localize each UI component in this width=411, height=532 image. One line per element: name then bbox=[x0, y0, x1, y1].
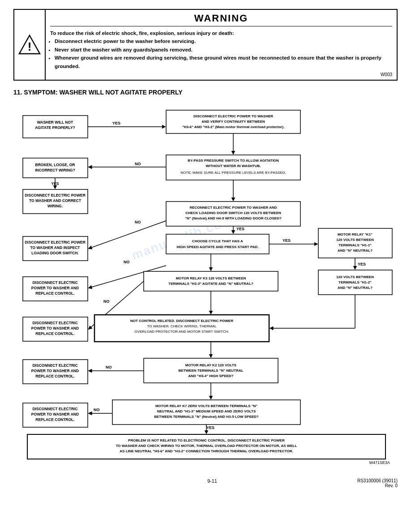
svg-text:AND "N" NEUTRAL?: AND "N" NEUTRAL? bbox=[338, 286, 372, 290]
svg-text:TO WASHER AND CHECK WIRING TO : TO WASHER AND CHECK WIRING TO MOTOR, THE… bbox=[116, 444, 297, 448]
svg-rect-39 bbox=[166, 234, 269, 254]
section-title: 11. SYMPTOM: WASHER WILL NOT AGITATE PRO… bbox=[13, 89, 398, 96]
svg-text:DISCONNECT ELECTRIC: DISCONNECT ELECTRIC bbox=[32, 407, 77, 411]
svg-text:TERMINALS "H3-3" AGITATE AND ": TERMINALS "H3-3" AGITATE AND "N" NEUTRAL… bbox=[168, 282, 253, 286]
warning-bullet-3: Whenever ground wires are removed during… bbox=[55, 54, 392, 70]
svg-text:NO: NO bbox=[94, 408, 100, 412]
svg-text:WIRING.: WIRING. bbox=[47, 204, 63, 208]
svg-text:TO WASHER. CHECK WIRING, THERM: TO WASHER. CHECK WIRING, THERMAL bbox=[147, 324, 217, 328]
svg-text:AND "N" NEUTRAL?: AND "N" NEUTRAL? bbox=[338, 249, 372, 253]
footer-left bbox=[13, 478, 67, 488]
svg-text:NO: NO bbox=[106, 365, 112, 369]
svg-text:YES: YES bbox=[283, 238, 291, 243]
svg-text:DISCONNECT ELECTRIC POWER: DISCONNECT ELECTRIC POWER bbox=[25, 240, 86, 245]
svg-text:BETWEEN TERMINALS "N" NEUTRAL: BETWEEN TERMINALS "N" NEUTRAL bbox=[179, 369, 244, 373]
footer-rev: Rev. 0 bbox=[385, 483, 398, 488]
svg-text:"H3-6" AND "H3-2" (Main motor : "H3-6" AND "H3-2" (Main motor thermal ov… bbox=[182, 125, 284, 129]
svg-text:PROBLEM IS NOT RELATED TO ELEC: PROBLEM IS NOT RELATED TO ELECTRONIC CON… bbox=[128, 438, 285, 442]
svg-rect-56 bbox=[144, 271, 278, 291]
svg-text:NOTE: MAKE SURE ALL PRESSURE L: NOTE: MAKE SURE ALL PRESSURE LEVELS ARE … bbox=[180, 171, 286, 175]
warning-intro: To reduce the risk of electric shock, fi… bbox=[50, 29, 392, 37]
svg-text:POWER TO WASHER AND: POWER TO WASHER AND bbox=[31, 326, 79, 330]
footer-doc-number: RS3100006 (39011) bbox=[357, 478, 398, 483]
warning-icon-col: ! bbox=[14, 10, 46, 80]
footer-page-number: 9-11 bbox=[67, 478, 357, 488]
svg-text:NOT CONTROL RELATED. DISCONNEC: NOT CONTROL RELATED. DISCONNECT ELECTRIC… bbox=[130, 319, 233, 323]
svg-text:POWER TO WASHER AND: POWER TO WASHER AND bbox=[31, 369, 79, 373]
svg-text:TERMINALS "H1-1": TERMINALS "H1-1" bbox=[338, 243, 372, 247]
svg-text:AND VERIFY CONTINUITY BETWEEN: AND VERIFY CONTINUITY BETWEEN bbox=[201, 120, 265, 124]
svg-text:REPLACE CONTROL.: REPLACE CONTROL. bbox=[35, 417, 74, 422]
svg-text:AGITATE PROPERLY?: AGITATE PROPERLY? bbox=[35, 125, 75, 130]
svg-text:WASHER WILL NOT: WASHER WILL NOT bbox=[37, 120, 73, 124]
svg-text:INCORRECT WIRING?: INCORRECT WIRING? bbox=[35, 168, 75, 172]
svg-text:REPLACE CONTROL.: REPLACE CONTROL. bbox=[35, 374, 74, 378]
svg-text:POWER TO WASHER AND: POWER TO WASHER AND bbox=[31, 412, 79, 416]
svg-text:RECONNECT ELECTRIC POWER TO WA: RECONNECT ELECTRIC POWER TO WASHER AND bbox=[189, 206, 277, 210]
flowchart-svg: WASHER WILL NOT AGITATE PROPERLY? DISCON… bbox=[14, 102, 397, 469]
svg-text:120 VOLTS BETWEEN: 120 VOLTS BETWEEN bbox=[336, 275, 374, 279]
warning-code: W003 bbox=[50, 72, 392, 77]
svg-text:LOADING DOOR SWITCH.: LOADING DOOR SWITCH. bbox=[31, 251, 78, 255]
svg-text:"N" (Neutral) AND H4-9 WITH LO: "N" (Neutral) AND H4-9 WITH LOADING DOOR… bbox=[185, 216, 282, 220]
warning-bullet-2: Never start the washer with any guards/p… bbox=[55, 46, 392, 54]
svg-text:BETWEEN TERMINALS "N" (Neutral: BETWEEN TERMINALS "N" (Neutral) AND H3-5… bbox=[154, 415, 259, 419]
svg-text:AND "H3-4" HIGH SPEED?: AND "H3-4" HIGH SPEED? bbox=[188, 374, 234, 378]
svg-text:REPLACE CONTROL.: REPLACE CONTROL. bbox=[35, 331, 74, 336]
warning-box: ! WARNING To reduce the risk of electric… bbox=[13, 9, 398, 81]
svg-text:TO WASHER AND CORRECT: TO WASHER AND CORRECT bbox=[29, 198, 81, 203]
svg-text:YES: YES bbox=[112, 121, 120, 125]
svg-text:MOTOR RELAY "K1": MOTOR RELAY "K1" bbox=[338, 232, 372, 236]
svg-text:YES: YES bbox=[236, 227, 244, 231]
svg-text:MOTOR RELAY K2 120 VOLTS: MOTOR RELAY K2 120 VOLTS bbox=[185, 363, 237, 367]
svg-text:AS LINE NEUTRAL "H3-6" AND "H3: AS LINE NEUTRAL "H3-6" AND "H3-2" CONNEC… bbox=[120, 449, 293, 453]
svg-text:DISCONNECT ELECTRIC POWER TO W: DISCONNECT ELECTRIC POWER TO WASHER bbox=[193, 114, 273, 118]
svg-text:OVERLOAD PROTECTOR AND MOTOR S: OVERLOAD PROTECTOR AND MOTOR START SWITC… bbox=[135, 330, 229, 334]
warning-body: To reduce the risk of electric shock, fi… bbox=[50, 29, 392, 70]
warning-bullets: Disconnect electric power to the washer … bbox=[55, 37, 392, 70]
warning-bullet-1: Disconnect electric power to the washer … bbox=[55, 37, 392, 45]
svg-text:WITHOUT WATER IN WASHTUB.: WITHOUT WATER IN WASHTUB. bbox=[206, 164, 261, 168]
flowchart: manualslib.com WASHER WILL NOT AGITATE P… bbox=[14, 102, 397, 469]
warning-content: WARNING To reduce the risk of electric s… bbox=[46, 10, 397, 80]
svg-text:CHOOSE CYCLE THAT HAS A: CHOOSE CYCLE THAT HAS A bbox=[192, 239, 243, 243]
svg-text:YES: YES bbox=[358, 262, 366, 266]
page-footer: 9-11 RS3100006 (39011) Rev. 0 bbox=[13, 478, 398, 488]
svg-text:BY-PASS PRESSURE SWITCH TO ALL: BY-PASS PRESSURE SWITCH TO ALLOW AGITATI… bbox=[188, 159, 279, 163]
svg-text:BROKEN, LOOSE, OR: BROKEN, LOOSE, OR bbox=[35, 163, 75, 167]
warning-icon: ! bbox=[18, 34, 41, 55]
svg-text:REPLACE CONTROL.: REPLACE CONTROL. bbox=[35, 291, 74, 296]
svg-text:MOTOR RELAY K3 120 VOLTS BETWE: MOTOR RELAY K3 120 VOLTS BETWEEN bbox=[176, 276, 246, 280]
svg-text:DISCONNECT ELECTRIC: DISCONNECT ELECTRIC bbox=[32, 321, 77, 325]
svg-text:NO: NO bbox=[124, 260, 130, 264]
svg-text:TERMINALS "H1-2": TERMINALS "H1-2" bbox=[338, 280, 372, 284]
svg-text:NO: NO bbox=[135, 220, 141, 224]
svg-text:YES: YES bbox=[206, 425, 214, 430]
svg-text:NO: NO bbox=[135, 162, 141, 166]
warning-title-row: WARNING bbox=[50, 13, 392, 26]
svg-text:MOTOR RELAY K7 ZER0 VOLTS BETW: MOTOR RELAY K7 ZER0 VOLTS BETWEEN TERMIN… bbox=[155, 404, 257, 408]
svg-text:HIGH SPEED AGITATE AND PRESS S: HIGH SPEED AGITATE AND PRESS START PAD. bbox=[177, 245, 259, 249]
svg-text:120 VOLTS BETWEEN: 120 VOLTS BETWEEN bbox=[336, 238, 374, 242]
svg-text:NEUTRAL AND "H1-3" MEDIUM SPEE: NEUTRAL AND "H1-3" MEDIUM SPEED AND ZERO… bbox=[157, 409, 256, 413]
svg-text:!: ! bbox=[28, 40, 32, 53]
svg-text:NO: NO bbox=[103, 299, 110, 304]
svg-text:POWER TO WASHER AND: POWER TO WASHER AND bbox=[31, 286, 79, 290]
svg-text:DISCONNECT ELECTRIC: DISCONNECT ELECTRIC bbox=[32, 363, 77, 368]
footer-doc: RS3100006 (39011) Rev. 0 bbox=[357, 478, 398, 488]
warning-title: WARNING bbox=[194, 13, 248, 24]
svg-text:TO WASHER AND INSPECT: TO WASHER AND INSPECT bbox=[30, 245, 81, 250]
svg-text:DISCONNECT ELECTRIC: DISCONNECT ELECTRIC bbox=[32, 280, 77, 285]
svg-line-37 bbox=[89, 221, 166, 249]
svg-text:W471SE3A: W471SE3A bbox=[369, 460, 390, 465]
svg-text:CHECK LOADING DOOR SWITCH 120 : CHECK LOADING DOOR SWITCH 120 VOLTS BETW… bbox=[185, 211, 281, 215]
svg-text:DISCONNECT ELECTRIC POWER: DISCONNECT ELECTRIC POWER bbox=[25, 193, 86, 197]
